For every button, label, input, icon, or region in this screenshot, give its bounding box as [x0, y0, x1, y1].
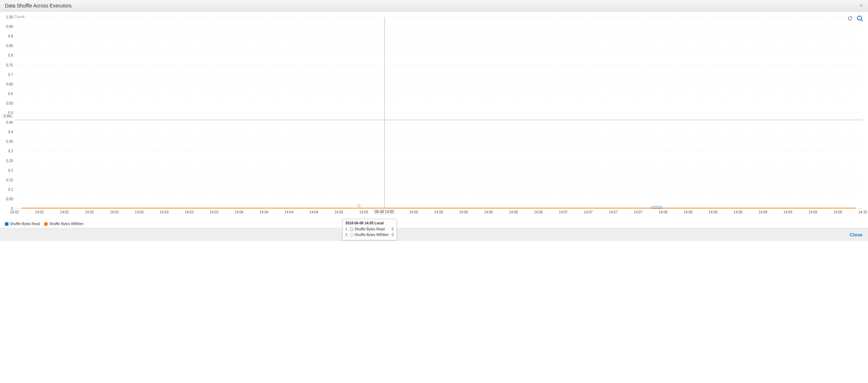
x-tick-label: 14:08	[708, 210, 717, 214]
tooltip: 2018-06-08 14:05 Local1.Shuffle Bytes Re…	[342, 219, 397, 240]
gridline	[14, 84, 863, 84]
legend-item[interactable]: Shuffle Bytes Read	[5, 222, 40, 226]
gridline	[14, 112, 863, 113]
crosshair-vertical	[384, 17, 385, 208]
x-tick-label: 14:04	[259, 210, 268, 214]
legend-label: Shuffle Bytes WRitten	[49, 222, 83, 226]
x-tick-label: 14:03	[135, 210, 144, 214]
x-tick-label: 14:02	[10, 210, 19, 214]
legend-swatch	[5, 222, 8, 226]
gridline	[14, 179, 863, 180]
gridline	[14, 141, 863, 141]
hover-marker	[358, 204, 360, 207]
x-tick-label: 14:05	[334, 210, 343, 214]
y-tick-label: 0.7	[4, 72, 13, 76]
legend-swatch	[44, 222, 48, 226]
x-tick-label: 14:07	[634, 210, 642, 214]
x-tick-label: 14:04	[235, 210, 244, 214]
y-tick-label: 0.3	[4, 149, 13, 153]
y-tick-label: 1.00	[4, 15, 13, 19]
x-tick-label: 14:09	[808, 210, 817, 214]
y-tick-label: 0.15	[4, 178, 13, 182]
x-tick-label: 14:10	[858, 210, 867, 214]
gridline	[14, 199, 863, 199]
modal-footer: Close	[0, 228, 868, 241]
legend: Shuffle Bytes ReadShuffle Bytes WRitten	[5, 222, 84, 226]
gridline	[14, 160, 863, 161]
y-tick-label: 0.9	[4, 34, 13, 38]
crosshair-horizontal	[14, 120, 863, 120]
y-tick-label: 0.85	[4, 44, 13, 48]
x-tick-label: 14:08	[734, 210, 742, 214]
y-tick-label: 0.4	[4, 130, 13, 134]
y-tick-label: 0.25	[4, 159, 13, 163]
x-tick-label: 14:05	[359, 210, 368, 214]
x-tick-label: 14:08	[659, 210, 668, 214]
tooltip-title: 2018-06-08 14:05 Local	[346, 221, 394, 225]
legend-item[interactable]: Shuffle Bytes WRitten	[44, 222, 83, 226]
x-tick-label: 14:09	[833, 210, 842, 214]
close-button[interactable]: Close	[850, 232, 862, 237]
gridline	[14, 170, 863, 170]
x-tick-label: 14:04	[285, 210, 293, 214]
x-tick-label: 14:05	[409, 210, 418, 214]
gridline	[14, 26, 863, 26]
y-tick-label: 0.6	[4, 92, 13, 95]
chart-area[interactable]: Count 00.050.10.150.20.250.30.350.40.450…	[0, 12, 868, 228]
y-tick-label: 0	[4, 207, 13, 211]
y-tick-label: 0.1	[4, 187, 13, 191]
x-tick-label: 14:09	[759, 210, 767, 214]
y-tick-label: 0.75	[4, 63, 13, 67]
brush-selection[interactable]	[652, 206, 663, 209]
series-line	[22, 208, 856, 208]
y-tick-label: 0.8	[4, 53, 13, 57]
x-tick-label: 14:06	[459, 210, 468, 214]
x-tick-label: 14:02	[60, 210, 69, 214]
gridline	[14, 103, 863, 103]
tooltip-row: 1.Shuffle Bytes Read0	[346, 226, 394, 232]
gridline	[14, 74, 863, 75]
gridline	[14, 93, 863, 94]
gridline	[14, 45, 863, 46]
close-icon[interactable]: ×	[859, 2, 863, 10]
x-tick-label: 14:06	[434, 210, 443, 214]
y-tick-label: 0.65	[4, 82, 13, 86]
gridline	[14, 55, 863, 55]
tooltip-row: 2.Shuffle Bytes WRitten0	[346, 232, 394, 238]
x-tick-label: 14:08	[684, 210, 693, 214]
legend-label: Shuffle Bytes Read	[10, 222, 40, 226]
x-tick-label: 14:03	[160, 210, 169, 214]
x-tick-label: 14:03	[210, 210, 219, 214]
gridline	[14, 65, 863, 65]
plot-area[interactable]: 00.050.10.150.20.250.30.350.40.450.50.55…	[14, 17, 863, 209]
y-tick-label: 0.05	[4, 197, 13, 201]
gridline	[14, 122, 863, 122]
gridline	[14, 189, 863, 189]
crosshair-y-label: 0.461	[3, 114, 13, 118]
x-tick-label: 14:07	[584, 210, 593, 214]
modal-title: Data Shuffle Across Executors	[5, 3, 72, 8]
y-tick-label: 0.95	[4, 25, 13, 29]
x-tick-label: 14:06	[509, 210, 518, 214]
y-tick-label: 0.35	[4, 140, 13, 143]
x-tick-label: 14:02	[35, 210, 44, 214]
x-tick-label: 14:09	[783, 210, 792, 214]
x-tick-label: 14:04	[310, 210, 318, 214]
x-tick-label: 14:03	[185, 210, 193, 214]
y-tick-label: 0.2	[4, 168, 13, 172]
gridline	[14, 151, 863, 151]
x-tick-label: 14:06	[484, 210, 493, 214]
x-tick-label: 14:07	[609, 210, 618, 214]
x-tick-label: 14:02	[85, 210, 94, 214]
x-tick-label: 14:06	[534, 210, 543, 214]
crosshair-x-label: 06-08 14:05	[373, 210, 395, 214]
x-tick-label: 14:03	[110, 210, 119, 214]
modal-header: Data Shuffle Across Executors ×	[0, 0, 868, 12]
chart-panel: Count 00.050.10.150.20.250.30.350.40.450…	[0, 12, 868, 228]
y-tick-label: 0.45	[4, 120, 13, 124]
x-tick-label: 14:07	[559, 210, 568, 214]
gridline	[14, 17, 863, 17]
gridline	[14, 36, 863, 36]
y-tick-label: 0.55	[4, 101, 13, 105]
gridline	[14, 131, 863, 132]
